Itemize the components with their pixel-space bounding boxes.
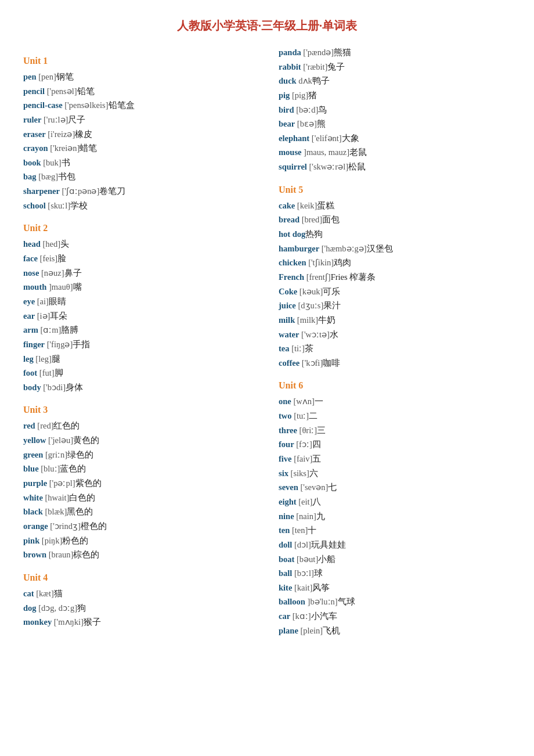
- phonetic: [buk]: [43, 158, 61, 167]
- english-word: eye: [23, 297, 35, 306]
- word-list-unit5: cake [keik]蛋糕bread [bred]面包hot dog热狗hamb…: [279, 199, 511, 370]
- list-item: leg [leg]腿: [23, 352, 255, 366]
- chinese-meaning: 书: [62, 158, 70, 167]
- content-columns: Unit 1pen [pen]钢笔pencil ['pensəl]铅笔penci…: [23, 45, 511, 638]
- chinese-meaning: 胳膊: [61, 325, 78, 334]
- english-word: ball: [279, 568, 292, 578]
- chinese-meaning: 玩具娃娃: [311, 540, 346, 549]
- phonetic: [ai]: [37, 297, 49, 306]
- list-item: bird [bəːd]鸟: [279, 103, 511, 117]
- english-word: pencil-case: [23, 100, 63, 110]
- list-item: brown [braun]棕色的: [23, 548, 255, 562]
- chinese-meaning: 大象: [342, 134, 359, 143]
- list-item: kite [kait]风筝: [279, 581, 511, 595]
- list-item: elephant ['elifənt]大象: [279, 131, 511, 146]
- chinese-meaning: 狗: [77, 603, 86, 613]
- chinese-meaning: 蜡笔: [80, 143, 97, 153]
- phonetic: [tuː]: [294, 411, 309, 420]
- english-word: white: [23, 493, 43, 502]
- list-item: plane [plein]飞机: [279, 624, 511, 638]
- english-word: French: [279, 272, 304, 282]
- phonetic: [pen]: [38, 72, 56, 81]
- list-item: pig [pig]猪: [279, 88, 511, 103]
- english-word: six: [279, 469, 288, 478]
- phonetic: ['kreiən]: [50, 143, 80, 153]
- phonetic: [kəuk]: [300, 287, 323, 296]
- unit-title-unit2: Unit 2: [23, 223, 255, 233]
- english-word: car: [279, 611, 290, 621]
- phonetic: [bɔːl]: [294, 568, 314, 578]
- word-list-unit4: cat [kæt]猫dog [dɔg, dɔːg]狗monkey ['mʌŋki…: [23, 586, 255, 629]
- chinese-meaning: 果汁: [323, 301, 341, 310]
- chinese-meaning: 松鼠: [348, 162, 366, 171]
- list-item: finger ['fiŋgə]手指: [23, 337, 255, 352]
- english-word: pen: [23, 72, 37, 81]
- chinese-meaning: 学校: [70, 201, 88, 210]
- list-item: ear [iə]耳朵: [23, 309, 255, 323]
- chinese-meaning: 腿: [52, 354, 60, 363]
- chinese-meaning: 耳朵: [50, 311, 67, 321]
- english-word: plane: [279, 626, 298, 635]
- phonetic: [fut]: [39, 368, 55, 377]
- phonetic: ['kɔfi]: [302, 358, 323, 368]
- list-item: six [siks]六: [279, 466, 511, 481]
- list-item: tea [tiː]茶: [279, 341, 511, 356]
- word-list-unit1: pen [pen]钢笔pencil ['pensəl]铅笔pencil-case…: [23, 70, 255, 213]
- phonetic: ['pændə]: [303, 48, 334, 57]
- list-item: green [griːn]绿色的: [23, 448, 255, 462]
- english-word: two: [279, 411, 292, 420]
- phonetic: [i'reizə]: [48, 129, 75, 139]
- list-item: doll [dɔl]玩具娃娃: [279, 538, 511, 552]
- phonetic: [bluː]: [41, 464, 60, 473]
- english-word: pink: [23, 536, 39, 545]
- english-word: ruler: [23, 115, 41, 124]
- chinese-meaning: 橡皮: [75, 129, 92, 139]
- list-item: white [hwait]白色的: [23, 491, 255, 505]
- phonetic: ['fiŋgə]: [47, 340, 73, 349]
- english-word: orange: [23, 521, 48, 531]
- english-word: bread: [279, 215, 300, 224]
- english-word: Coke: [279, 287, 297, 296]
- phonetic: [nain]: [296, 512, 316, 521]
- chinese-meaning: 九: [316, 512, 325, 521]
- phonetic: [faiv]: [294, 454, 312, 463]
- phonetic: ['skwəːrəl]: [309, 162, 349, 171]
- english-word: chicken: [279, 258, 306, 267]
- unit-title-unit4: Unit 4: [23, 573, 255, 583]
- phonetic: ['jeləu]: [48, 435, 73, 445]
- chinese-meaning: 七: [328, 483, 337, 492]
- phonetic: ['elifənt]: [312, 134, 342, 143]
- chinese-meaning: 四: [312, 440, 321, 449]
- phonetic: ['pensəl]: [47, 87, 77, 96]
- phonetic: ['sevən]: [300, 483, 328, 492]
- phonetic: [fɔː]: [296, 440, 312, 449]
- list-item: eight [eit]八: [279, 495, 511, 509]
- list-item: body ['bɔdi]身体: [23, 380, 255, 395]
- list-item: hamburger ['hæmbəːgə]汉堡包: [279, 242, 511, 256]
- english-word: leg: [23, 354, 34, 363]
- chinese-meaning: 铅笔盒: [109, 100, 135, 110]
- list-item: ten [ten]十: [279, 523, 511, 538]
- english-word: brown: [23, 550, 46, 559]
- phonetic: [nəuz]: [41, 268, 64, 278]
- phonetic: [iə]: [37, 311, 50, 321]
- english-word: mouse: [279, 147, 301, 157]
- phonetic: ['ʃɑːpənə]: [62, 186, 99, 196]
- english-word: elephant: [279, 134, 309, 143]
- phonetic: [pig]: [292, 91, 308, 100]
- list-item: French [frentʃ]Fries 榨薯条: [279, 270, 511, 285]
- list-item: panda ['pændə]熊猫: [279, 45, 511, 60]
- phonetic: ['bɔdi]: [43, 383, 66, 392]
- phonetic: [θriː]: [300, 426, 317, 435]
- phonetic: ['pəːpl]: [49, 478, 75, 488]
- chinese-meaning: 飞机: [323, 626, 340, 635]
- chinese-meaning: 眼睛: [49, 297, 66, 306]
- chinese-meaning: 小船: [318, 555, 335, 564]
- list-item: school [skuːl]学校: [23, 199, 255, 213]
- phonetic: [ɑːm]: [40, 325, 61, 334]
- chinese-meaning: 二: [309, 411, 317, 420]
- english-word: seven: [279, 483, 298, 492]
- english-word: panda: [279, 48, 301, 57]
- list-item: pencil-case ['pensəlkeis]铅笔盒: [23, 98, 255, 113]
- phonetic: [wʌn]: [293, 397, 314, 406]
